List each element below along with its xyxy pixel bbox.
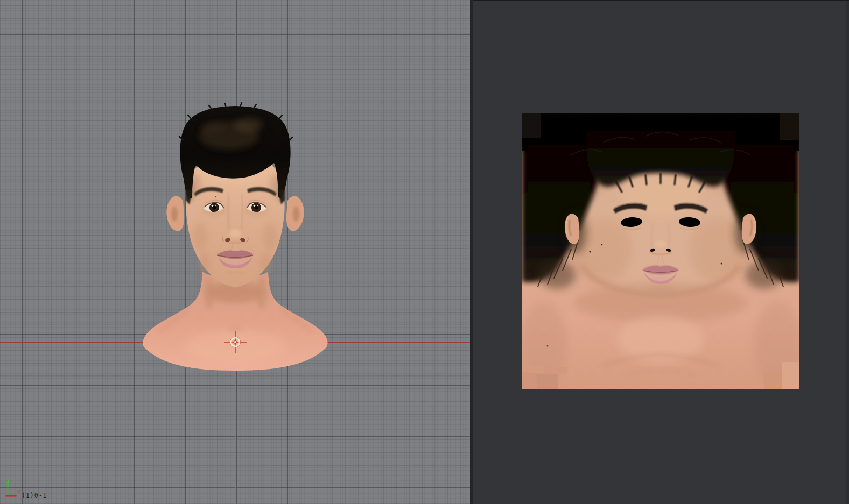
head-model-3d[interactable] [0, 0, 470, 504]
3d-cursor-crosshair[interactable] [222, 329, 248, 355]
app-window: y x (1)0-1 [0, 0, 849, 504]
3d-viewport[interactable]: y x (1)0-1 [0, 0, 470, 504]
panel-right-edge [846, 1, 849, 504]
uv-texture-image[interactable] [522, 113, 799, 389]
viewport-status-label: (1)0-1 [22, 492, 47, 499]
gizmo-x-label: x [17, 489, 20, 494]
texture-panel[interactable] [473, 0, 849, 504]
